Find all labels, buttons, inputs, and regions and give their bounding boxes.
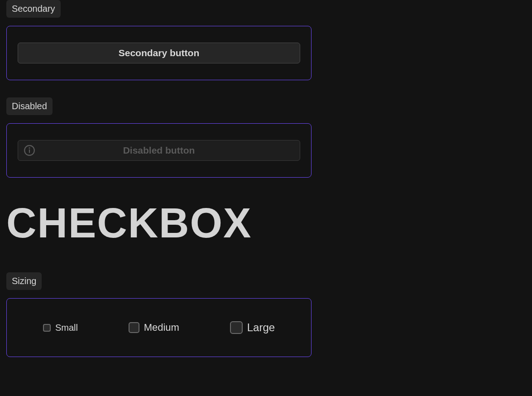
- checkbox-large[interactable]: Large: [230, 321, 275, 334]
- checkbox-box-large[interactable]: [230, 321, 243, 334]
- svg-point-2: [29, 148, 29, 148]
- demo-frame-secondary: Secondary button: [6, 26, 312, 80]
- checkbox-label-large: Large: [247, 321, 275, 334]
- secondary-button-label: Secondary button: [119, 48, 200, 58]
- checkbox-row: Small Medium Large: [18, 315, 300, 340]
- checkbox-medium[interactable]: Medium: [129, 322, 179, 333]
- secondary-button[interactable]: Secondary button: [18, 43, 300, 63]
- checkbox-label-medium: Medium: [144, 322, 179, 333]
- heading-checkbox: CHECKBOX: [6, 199, 526, 247]
- checkbox-box-medium[interactable]: [129, 322, 139, 333]
- tag-disabled: Disabled: [6, 97, 53, 115]
- tag-secondary: Secondary: [6, 0, 61, 18]
- checkbox-label-small: Small: [55, 323, 78, 333]
- checkbox-small[interactable]: Small: [43, 323, 78, 333]
- tag-sizing: Sizing: [6, 272, 42, 290]
- disabled-button-label: Disabled button: [123, 145, 195, 156]
- demo-frame-sizing: Small Medium Large: [6, 298, 312, 357]
- info-icon: [24, 145, 35, 156]
- disabled-button: Disabled button: [18, 140, 300, 161]
- checkbox-box-small[interactable]: [43, 324, 51, 332]
- demo-frame-disabled: Disabled button: [6, 123, 312, 178]
